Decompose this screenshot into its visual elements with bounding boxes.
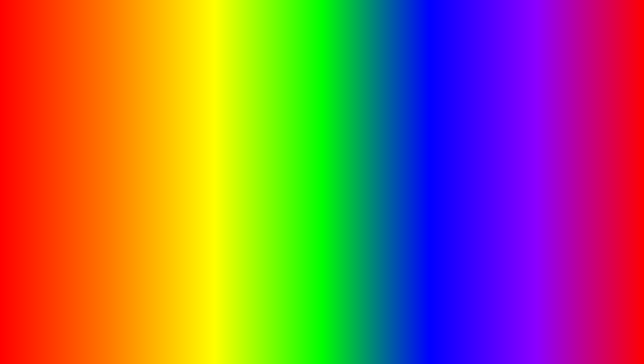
no-key-badge: NO KEY !!	[269, 100, 375, 131]
title-letter-t: T	[454, 7, 488, 70]
home-icon-main: ⌂	[430, 109, 436, 115]
toggle-auto-farm-ectoplasm[interactable]	[599, 142, 613, 150]
feature-row-auto-start-dungeon[interactable]: ✓ | Auto Start Go To Dungeon	[75, 185, 212, 198]
section-header-main: 「 Main 」	[476, 107, 615, 116]
sidebar-item-teleport[interactable]: ◉ Teleport	[26, 127, 72, 138]
title-blox: BLOX	[119, 7, 274, 70]
label-auto-select-dungeon: Auto Select Dungeon	[89, 149, 193, 154]
check-auto-farm-level[interactable]: ✓	[478, 120, 484, 125]
sidebar-label-fruit: Fruit	[37, 152, 45, 157]
sidebar-item-main[interactable]: ⌂ Main	[426, 106, 473, 117]
sidebar-label-stats: Stats	[33, 109, 42, 113]
sidebar-item-stats[interactable]: • Stats	[26, 106, 72, 116]
label-auto-farm-ectoplasm: Auto Farm Ectoplasm	[490, 144, 597, 148]
toggle-kill-aura[interactable]	[195, 110, 209, 117]
label-auto-buy-chip: Auto Buy Chip	[89, 163, 193, 168]
toggle-knob-auto-farm-ectoplasm	[600, 143, 606, 149]
label-select-chips: Select Chips	[91, 124, 113, 129]
toggle-auto-farm-level[interactable]	[599, 119, 613, 126]
toggle-auto-start-dungeon[interactable]	[195, 188, 209, 195]
panel-left: MakoriHUB | BLOX FRUIT | TIME : 12:59:20…	[25, 97, 215, 230]
feature-row-auto-random-surprise[interactable]: ✓ | Auto Random Surprise	[476, 177, 615, 190]
toggle-auto-buy-chip[interactable]	[195, 162, 209, 169]
toggle-knob-auto-start-dungeon	[196, 188, 202, 194]
panel-left-content: ✓ | Kill Aura ✓ | Select Chips ∧ Bird: P…	[73, 105, 214, 227]
check-auto-buy-chip[interactable]: ✓	[78, 163, 83, 168]
title-letter-u: U	[398, 7, 439, 70]
panel-right-header: MakoriHUB | BLOX FRUIT | TIME : 12:58:50…	[426, 98, 618, 105]
toggle-knob-kill-aura	[203, 110, 209, 116]
circle-icon-raiidesp: ⊕	[29, 140, 35, 146]
label-auto-farm-bone: Auto Farm Bone	[490, 167, 597, 172]
bottom-farm: FARM	[188, 316, 285, 353]
no-key-text: NO KEY	[281, 106, 347, 125]
check-select-chips[interactable]: ✓	[79, 124, 84, 129]
sidebar-label-player-right: Player	[438, 152, 449, 156]
sidebar-item-raiidesp[interactable]: ⊕ Raid+Esp	[26, 138, 72, 149]
dot-icon-stats-right: •	[430, 142, 431, 146]
bf-logo-blox-text: BLOX	[577, 306, 609, 316]
check-auto-farm-bone[interactable]: ✓	[478, 167, 484, 172]
sidebar-item-player-right[interactable]: ✂ Player	[426, 148, 473, 159]
label-auto-start-dungeon: Auto Start Go To Dungeon	[89, 189, 193, 194]
cart-icon: ⛁	[29, 162, 35, 168]
feature-row-auto-farm-level[interactable]: ✓ | Auto Farm Level	[476, 116, 615, 129]
expand-arrow-chips: ∧	[205, 124, 208, 129]
panel-right-sidebar: ⌂ Main ⚙ Settings ✂ Weapons • Stats ✂ Pl…	[426, 105, 473, 227]
section-header-bone: 「 Bone 」	[476, 154, 615, 163]
sidebar-label-teleport-right: Teleport	[438, 163, 451, 167]
toggle-auto-random-surprise[interactable]	[599, 180, 613, 187]
feature-row-auto-select-dungeon[interactable]: ✓ | Auto Select Dungeon	[75, 145, 212, 158]
fruit-icon: ⬡	[29, 151, 35, 157]
title-fruits: FRUITS	[324, 7, 525, 70]
scissors-icon-player-right: ✂	[430, 151, 436, 157]
sidebar-label-shop: Shop	[37, 163, 47, 168]
label-kill-aura: Kill Aura	[89, 111, 193, 116]
sidebar-dot-stats: •	[29, 109, 31, 113]
bf-logo-skull-icon: ☠	[557, 308, 574, 324]
panel-right-body: ⌂ Main ⚙ Settings ✂ Weapons • Stats ✂ Pl…	[426, 105, 618, 227]
check-auto-select-dungeon[interactable]: ✓	[78, 149, 83, 154]
feature-row-select-chips[interactable]: ✓ | Select Chips ∧	[75, 121, 212, 132]
sidebar-label-main: Main	[438, 110, 446, 114]
sidebar-item-weapons[interactable]: ✂ Weapons	[426, 128, 473, 139]
toggle-knob-auto-farm-level	[606, 120, 612, 126]
bottom-auto: AUTO	[65, 316, 162, 353]
feature-row-kill-aura[interactable]: ✓ | Kill Aura	[75, 107, 212, 120]
toggle-knob-auto-farm-bone	[600, 166, 606, 172]
bf-logo-fruits-text: FRUITS	[577, 316, 609, 326]
sidebar-item-raidesp-right[interactable]: ⊕ Raid+Esp	[426, 170, 473, 181]
toggle-auto-select-dungeon[interactable]	[195, 148, 209, 155]
no-key-exclaim: !!	[352, 106, 363, 125]
check-auto-start-dungeon[interactable]: ✓	[78, 189, 83, 194]
sidebar-item-misc[interactable]: ⚙ Misc	[26, 171, 72, 182]
title-letter-i: I	[439, 7, 454, 70]
sidebar-item-stats-right[interactable]: • Stats	[426, 139, 473, 148]
check-kill-aura[interactable]: ✓	[78, 111, 83, 116]
toggle-auto-farm-bone[interactable]	[599, 166, 613, 173]
toggle-knob-auto-random-surprise	[600, 180, 606, 186]
gear-icon-settings: ⚙	[430, 120, 436, 126]
feature-row-auto-farm-bone[interactable]: ✓ | Auto Farm Bone	[476, 163, 615, 176]
feature-row-buy-chip-select[interactable]: Buy Chip Select	[75, 173, 212, 184]
sidebar-item-shop[interactable]: ⛁ Shop	[26, 160, 72, 171]
sidebar-item-fruit[interactable]: ⬡ Fruit	[26, 149, 72, 160]
label-auto-random-surprise: Auto Random Surprise	[490, 181, 597, 186]
bottom-text: AUTO FARM SCRIPT PASTEBIN	[0, 316, 644, 354]
feature-row-auto-buy-chip[interactable]: ✓ | Auto Buy Chip	[75, 159, 212, 172]
sidebar-label-settings: Settings	[438, 121, 452, 125]
check-auto-random-surprise[interactable]: ✓	[478, 181, 484, 186]
chip-sub-label: Bird: Phoenix	[131, 136, 155, 141]
sidebar-item-teleport-right[interactable]: ◉ Teleport	[426, 159, 473, 170]
panel-left-sidebar: • Stats ✂ Player ◉ Teleport ⊕ Raid+Esp ⬡…	[26, 105, 73, 227]
check-auto-farm-ectoplasm[interactable]: ✓	[478, 143, 484, 149]
feature-row-auto-farm-ectoplasm[interactable]: ✓ | Auto Farm Ectoplasm	[476, 140, 615, 152]
panel-left-body: • Stats ✂ Player ◉ Teleport ⊕ Raid+Esp ⬡…	[26, 105, 214, 227]
sidebar-item-player[interactable]: ✂ Player	[26, 116, 72, 127]
sidebar-label-raidesp-right: Raid+Esp	[438, 174, 454, 178]
sidebar-item-settings[interactable]: ⚙ Settings	[426, 117, 473, 128]
label-buy-chip-select: Buy Chip Select	[129, 176, 157, 181]
label-auto-farm-level: Auto Farm Level	[490, 120, 597, 125]
bottom-script: SCRIPT	[312, 322, 414, 352]
pin-icon-teleport-right: ◉	[430, 162, 436, 168]
